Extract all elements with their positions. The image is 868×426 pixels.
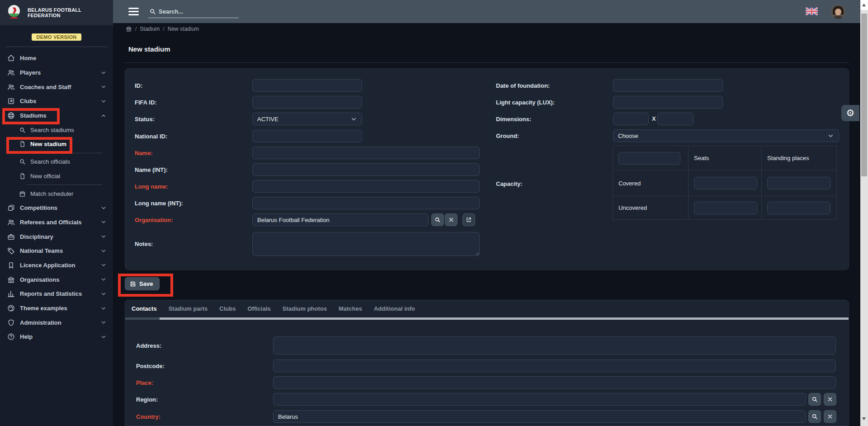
sidebar-item-new-official[interactable]: New official bbox=[0, 169, 113, 184]
fifa-id-label: FIFA ID: bbox=[135, 99, 157, 106]
organisation-clear-button[interactable] bbox=[445, 213, 458, 226]
search-input[interactable] bbox=[159, 8, 231, 15]
tab-stadium-photos[interactable]: Stadium photos bbox=[283, 305, 327, 312]
region-clear-button[interactable] bbox=[824, 393, 836, 406]
scroll-down-arrow[interactable] bbox=[862, 417, 866, 420]
external-link-icon bbox=[466, 217, 472, 223]
breadcrumb-stadium[interactable]: Stadium bbox=[140, 26, 160, 32]
user-avatar[interactable] bbox=[831, 5, 845, 19]
organisation-open-button[interactable] bbox=[462, 213, 475, 226]
tab-contacts[interactable]: Contacts bbox=[132, 305, 157, 312]
sidebar-nav: Home Players Coaches and Staff Clubs Sta… bbox=[0, 51, 113, 344]
home-icon[interactable] bbox=[126, 26, 132, 32]
coaches-icon bbox=[7, 83, 15, 91]
long-name-label: Long name: bbox=[135, 183, 168, 190]
organisation-input[interactable] bbox=[252, 213, 429, 226]
chevron-down-icon bbox=[100, 205, 107, 211]
sidebar-item-search-stadiums[interactable]: Search stadiums bbox=[0, 123, 113, 137]
scroll-up-arrow[interactable] bbox=[862, 4, 866, 6]
long-name-int-label: Long name (INT): bbox=[135, 200, 183, 207]
sidebar-item-help[interactable]: Help bbox=[0, 330, 113, 344]
sidebar-item-disciplinary[interactable]: Disciplinary bbox=[0, 229, 113, 244]
sidebar-item-new-stadium[interactable]: New stadium bbox=[0, 137, 113, 151]
sidebar-item-match-scheduler[interactable]: Match scheduler bbox=[0, 186, 113, 201]
sidebar-item-licence-application[interactable]: Licence Application bbox=[0, 258, 113, 273]
sidebar-item-players[interactable]: Players bbox=[0, 66, 113, 80]
fifa-id-input[interactable] bbox=[252, 96, 362, 109]
chevron-down-icon bbox=[350, 116, 357, 123]
name-int-label: Name (INT): bbox=[135, 166, 168, 173]
notes-label: Notes: bbox=[135, 241, 153, 247]
save-button[interactable]: Save bbox=[125, 277, 160, 290]
name-int-input[interactable] bbox=[252, 163, 480, 176]
page-title: New stadium bbox=[128, 45, 170, 53]
sidebar-item-reports-and-statistics[interactable]: Reports and Statistics bbox=[0, 287, 113, 301]
sidebar-item-national-teams[interactable]: National Teams bbox=[0, 244, 113, 258]
competitions-icon bbox=[7, 204, 15, 212]
sidebar-item-stadiums[interactable]: Stadiums bbox=[0, 109, 113, 123]
sidebar-item-clubs[interactable]: Clubs bbox=[0, 94, 113, 109]
title-divider bbox=[125, 62, 849, 63]
breadcrumb-new-stadium[interactable]: New stadium bbox=[168, 26, 199, 32]
status-select[interactable]: ACTIVE bbox=[252, 113, 362, 125]
sidebar-item-search-officials[interactable]: Search officials bbox=[0, 155, 113, 169]
dimensions-length-input[interactable] bbox=[657, 113, 693, 125]
tab-additional-info[interactable]: Additional info bbox=[374, 305, 415, 312]
federation-logo bbox=[6, 4, 22, 21]
uncovered-seats-input[interactable] bbox=[694, 202, 757, 214]
postcode-input[interactable] bbox=[273, 360, 836, 372]
national-id-input[interactable] bbox=[252, 130, 362, 142]
tab-officials[interactable]: Officials bbox=[247, 305, 270, 312]
country-input[interactable] bbox=[273, 410, 806, 423]
organisation-search-button[interactable] bbox=[431, 213, 444, 226]
sidebar-item-coaches-and-staff[interactable]: Coaches and Staff bbox=[0, 80, 113, 94]
topbar bbox=[113, 0, 868, 23]
tab-clubs[interactable]: Clubs bbox=[219, 305, 236, 312]
covered-seats-input[interactable] bbox=[694, 177, 757, 189]
standing-places-column-header: Standing places bbox=[767, 155, 809, 161]
name-input[interactable] bbox=[252, 147, 480, 159]
covered-standing-input[interactable] bbox=[767, 177, 830, 189]
demo-version-badge: DEMO VERSION bbox=[32, 33, 81, 41]
sidebar-item-competitions[interactable]: Competitions bbox=[0, 201, 113, 215]
place-input[interactable] bbox=[273, 376, 836, 389]
sidebar-item-organisations[interactable]: Organisations bbox=[0, 272, 113, 287]
id-input[interactable] bbox=[252, 79, 362, 92]
language-flag-uk[interactable] bbox=[806, 7, 818, 15]
home-icon bbox=[7, 54, 15, 62]
tab-scrollbar[interactable] bbox=[125, 317, 849, 320]
global-search bbox=[148, 5, 239, 18]
vertical-scrollbar[interactable] bbox=[860, 0, 868, 426]
settings-gear-button[interactable]: ⚙ bbox=[841, 105, 859, 121]
hamburger-menu-button[interactable] bbox=[128, 8, 139, 15]
country-search-button[interactable] bbox=[808, 410, 821, 423]
notes-textarea[interactable] bbox=[252, 232, 480, 256]
ground-select[interactable]: Choose bbox=[613, 129, 839, 142]
sidebar-item-administration[interactable]: Administration bbox=[0, 315, 113, 330]
close-icon bbox=[827, 413, 833, 420]
date-of-foundation-input[interactable] bbox=[613, 79, 723, 92]
light-capacity-input[interactable] bbox=[613, 96, 723, 109]
tab-matches[interactable]: Matches bbox=[339, 305, 362, 312]
long-name-int-input[interactable] bbox=[252, 197, 480, 209]
capacity-header-input[interactable] bbox=[618, 152, 680, 165]
long-name-input[interactable] bbox=[252, 180, 480, 193]
breadcrumb-separator: / bbox=[163, 26, 164, 32]
dimensions-width-input[interactable] bbox=[613, 113, 649, 125]
sidebar-item-home[interactable]: Home bbox=[0, 51, 113, 66]
scrollbar-thumb[interactable] bbox=[861, 14, 867, 176]
country-clear-button[interactable] bbox=[824, 410, 836, 423]
region-search-button[interactable] bbox=[808, 393, 821, 406]
file-icon bbox=[19, 173, 26, 180]
tag-icon bbox=[7, 247, 15, 255]
breadcrumb-separator: / bbox=[135, 26, 137, 32]
address-input[interactable] bbox=[273, 336, 836, 355]
region-input[interactable] bbox=[273, 393, 806, 406]
sidebar-item-referees-and-officials[interactable]: Referees and Officials bbox=[0, 215, 113, 230]
sidebar-item-theme-examples[interactable]: Theme examples bbox=[0, 301, 113, 316]
file-icon bbox=[19, 141, 26, 147]
national-id-label: National ID: bbox=[135, 133, 167, 140]
stadium-form-card: ID: FIFA ID: Status: ACTIVE National ID:… bbox=[125, 68, 849, 270]
tab-stadium-parts[interactable]: Stadium parts bbox=[169, 305, 208, 312]
uncovered-standing-input[interactable] bbox=[767, 202, 830, 214]
